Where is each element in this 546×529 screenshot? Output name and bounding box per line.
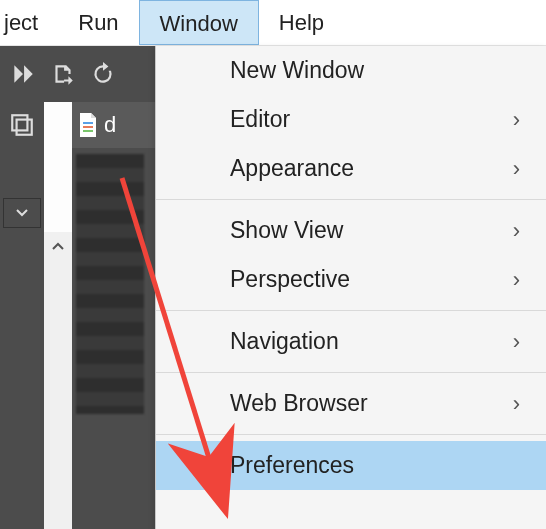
svg-rect-3 (83, 126, 93, 128)
chevron-down-icon (16, 209, 28, 217)
svg-rect-2 (83, 122, 93, 124)
menu-item-navigation[interactable]: Navigation › (156, 317, 546, 366)
skip-icon[interactable] (10, 61, 36, 87)
menu-separator (156, 199, 546, 200)
menu-item-label: Editor (230, 108, 290, 131)
menu-project[interactable]: ject (0, 0, 58, 45)
sidebar (0, 102, 44, 529)
svg-rect-1 (17, 120, 32, 135)
sidebar-dropdown[interactable] (3, 198, 41, 228)
chevron-right-icon: › (513, 158, 520, 180)
menu-item-label: New Window (230, 59, 364, 82)
layers-icon[interactable] (9, 112, 35, 138)
chevron-right-icon: › (513, 331, 520, 353)
chevron-right-icon: › (513, 393, 520, 415)
menu-separator (156, 310, 546, 311)
scrollbar[interactable] (44, 232, 72, 529)
code-content (76, 154, 144, 414)
workspace: d New Window Editor › Appearance › Show … (0, 46, 546, 529)
menu-item-label: Show View (230, 219, 343, 242)
svg-rect-4 (83, 130, 93, 132)
menu-separator (156, 434, 546, 435)
refresh-icon[interactable] (90, 61, 116, 87)
toolbar (0, 46, 155, 102)
menu-item-editor[interactable]: Editor › (156, 95, 546, 144)
menu-item-show-view[interactable]: Show View › (156, 206, 546, 255)
tab-label: d (104, 112, 116, 138)
chevron-right-icon: › (513, 220, 520, 242)
menu-help[interactable]: Help (259, 0, 344, 45)
menubar: ject Run Window Help (0, 0, 546, 46)
menu-item-perspective[interactable]: Perspective › (156, 255, 546, 304)
chevron-right-icon: › (513, 269, 520, 291)
scroll-up-button[interactable] (44, 232, 72, 260)
editor-area: d (72, 102, 155, 529)
menu-item-label: Web Browser (230, 392, 368, 415)
menu-run[interactable]: Run (58, 0, 138, 45)
window-menu: New Window Editor › Appearance › Show Vi… (155, 46, 546, 529)
chevron-right-icon: › (513, 109, 520, 131)
menu-item-preferences[interactable]: Preferences (156, 441, 546, 490)
chevron-up-icon (52, 242, 64, 250)
menu-item-web-browser[interactable]: Web Browser › (156, 379, 546, 428)
svg-rect-0 (12, 115, 27, 130)
menu-item-label: Preferences (230, 454, 354, 477)
menu-item-label: Navigation (230, 330, 339, 353)
menu-item-label: Appearance (230, 157, 354, 180)
menu-item-appearance[interactable]: Appearance › (156, 144, 546, 193)
menu-separator (156, 372, 546, 373)
file-icon (78, 113, 98, 137)
menu-item-label: Perspective (230, 268, 350, 291)
editor-tab[interactable]: d (72, 102, 155, 148)
menu-item-new-window[interactable]: New Window (156, 46, 546, 95)
menu-window[interactable]: Window (139, 0, 259, 45)
import-icon[interactable] (50, 61, 76, 87)
